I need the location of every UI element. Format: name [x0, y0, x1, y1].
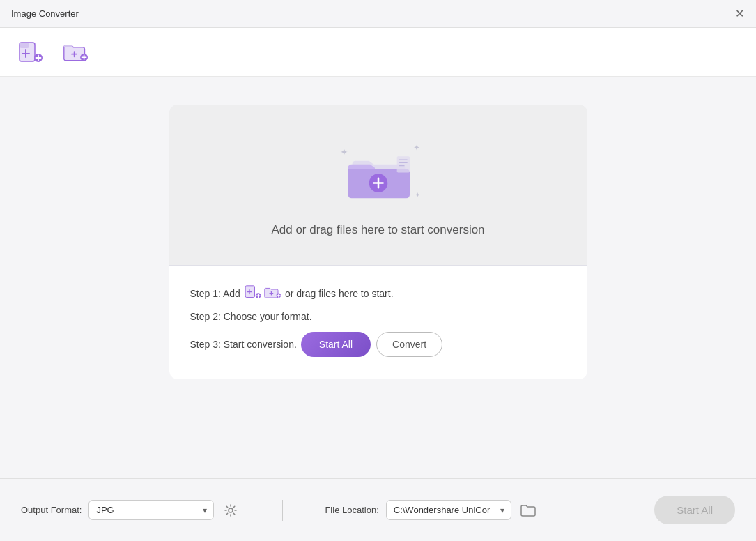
svg-point-30 [229, 508, 233, 512]
convert-button[interactable]: Convert [376, 332, 442, 357]
output-format-label: Output Format: [21, 505, 82, 515]
bottom-bar: Output Format: JPG PNG BMP TIFF GIF WEBP… [0, 478, 756, 541]
step-3-row: Step 3: Start conversion. Start All Conv… [190, 332, 566, 357]
output-format-select[interactable]: JPG PNG BMP TIFF GIF WEBP [88, 500, 214, 520]
sparkle-icon-br: ✦ [415, 191, 420, 199]
mini-add-file-icon [245, 285, 261, 301]
drop-zone-upper[interactable]: ✦ ✦ ✦ [169, 105, 587, 265]
drop-zone-text: Add or drag files here to start conversi… [271, 223, 484, 237]
step-1-row: Step 1: Add [190, 285, 566, 301]
step-1-after-text: or drag files here to start. [285, 288, 394, 299]
file-location-select[interactable]: C:\Wondershare UniConverter 15\Ima [386, 500, 511, 520]
output-format-field: Output Format: JPG PNG BMP TIFF GIF WEBP [21, 500, 240, 520]
step-2-text: Step 2: Choose your format. [190, 311, 312, 322]
file-location-label: File Location: [325, 505, 378, 515]
sparkle-icon-tl: ✦ [340, 146, 348, 158]
folder-icon: ✦ ✦ ✦ [337, 139, 420, 209]
mini-add-folder-icon [264, 285, 281, 301]
step-1-icons [245, 285, 281, 301]
add-folder-button[interactable] [59, 37, 92, 68]
start-all-button[interactable]: Start All [301, 332, 371, 357]
svg-rect-15 [396, 156, 409, 172]
step-3-text: Step 3: Start conversion. [190, 339, 297, 350]
title-bar: Image Converter ✕ [0, 0, 756, 28]
start-all-bottom-button: Start All [654, 496, 735, 524]
browse-folder-button[interactable] [518, 501, 538, 520]
output-format-select-wrapper: JPG PNG BMP TIFF GIF WEBP [88, 500, 214, 520]
svg-rect-1 [20, 43, 29, 48]
drop-zone-container: ✦ ✦ ✦ [169, 105, 587, 379]
main-content: ✦ ✦ ✦ [0, 77, 756, 393]
app-title: Image Converter [11, 8, 79, 19]
close-button[interactable]: ✕ [734, 8, 745, 20]
separator [282, 500, 283, 521]
step-1-text: Step 1: Add [190, 288, 240, 299]
sparkle-icon-tr: ✦ [413, 143, 420, 153]
drop-zone-lower: Step 1: Add [169, 265, 587, 379]
add-file-button[interactable] [14, 37, 47, 68]
file-location-field: File Location: C:\Wondershare UniConvert… [325, 500, 537, 520]
settings-gear-button[interactable] [221, 501, 240, 520]
file-location-select-wrapper: C:\Wondershare UniConverter 15\Ima [386, 500, 511, 520]
step-2-row: Step 2: Choose your format. [190, 311, 566, 322]
toolbar [0, 28, 756, 77]
